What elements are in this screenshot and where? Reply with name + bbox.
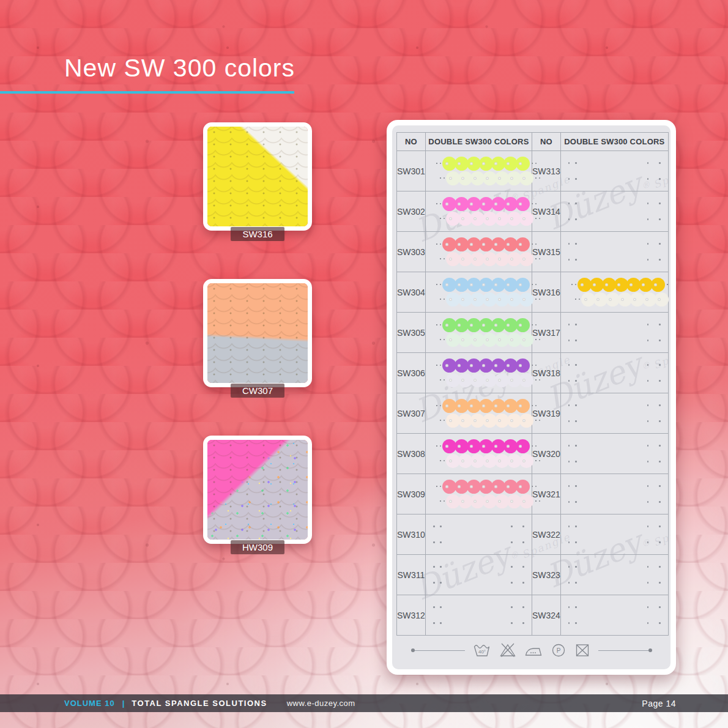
thread-end-marks: [568, 324, 577, 325]
color-sample-cell: [425, 353, 532, 393]
color-number-cell: SW304: [397, 272, 426, 313]
color-number-cell: SW301: [397, 151, 426, 191]
sequin-hole: [519, 404, 522, 408]
thread-end-marks: [647, 364, 661, 366]
sequin-hole: [486, 258, 489, 261]
sequin-hole: [474, 298, 477, 302]
sequin-hole: [458, 324, 461, 327]
sequin-hole: [474, 459, 477, 463]
sequin-hole: [584, 298, 588, 302]
sequin: [651, 278, 665, 292]
sequin-hole: [449, 338, 453, 342]
sequin-hole: [482, 445, 486, 448]
sequin-hole: [617, 283, 621, 287]
sequin-strand-bot: [438, 211, 541, 226]
color-number-cell: SW311: [397, 555, 426, 595]
sequin-hole: [510, 419, 514, 423]
sequin-hole: [458, 445, 461, 448]
column-header-colors-left: DOUBLE SW300 COLORS: [425, 133, 532, 151]
sequin-hole: [596, 298, 600, 302]
care-divider-line-left: [414, 650, 465, 651]
thread-end-marks: [511, 541, 524, 543]
sequin-hole: [633, 298, 637, 302]
color-sample-cell: [560, 434, 668, 474]
sequin-hole: [519, 324, 522, 327]
thread-end-marks: [568, 202, 577, 204]
sequin-hole: [449, 419, 453, 423]
color-sample-cell: [560, 191, 668, 232]
sequin-hole: [445, 324, 449, 327]
sequin: [516, 358, 530, 373]
sequin-hole: [519, 445, 522, 448]
sequin-hole: [522, 177, 526, 180]
thread-end-marks: [433, 582, 442, 584]
color-number-cell: SW322: [532, 514, 560, 555]
sequin-hole: [522, 338, 526, 342]
sequin-hole: [461, 338, 465, 342]
footer-bar: VOLUME 10 | TOTAL SPANGLE SOLUTIONS www.…: [0, 694, 728, 712]
sequin: [516, 318, 530, 332]
table-row: SW303SW315: [397, 232, 669, 272]
sequin-hole: [458, 283, 461, 287]
sequin-hole: [482, 283, 486, 287]
sequin-strand-top: [434, 237, 538, 251]
sequin-hole: [510, 500, 514, 503]
sequin-hole: [445, 283, 449, 287]
sequin-hole: [461, 419, 465, 423]
sequin-hole: [458, 364, 461, 368]
footer-website: www.e-duzey.com: [287, 699, 355, 708]
thread-end-marks: [433, 526, 442, 527]
color-sample-cell: [425, 555, 532, 595]
color-table-surface: Düzey® Spangle Düzey® Spangle Düzey® Spa…: [392, 125, 670, 669]
color-sample-cell: [560, 595, 668, 636]
sequin-hole: [482, 364, 486, 368]
sequin-hole: [445, 162, 449, 166]
color-sample-cell: [425, 313, 532, 353]
thread-end-marks: [568, 445, 577, 447]
thread-end-marks: [568, 461, 577, 462]
sequin-hole: [507, 162, 510, 166]
color-sample-cell: [425, 191, 532, 232]
sequin-hole: [470, 404, 474, 408]
color-number-cell: SW308: [397, 434, 426, 474]
sequin: [519, 373, 533, 387]
thread-end-marks: [647, 243, 661, 245]
page-title: New SW 300 colors: [64, 54, 295, 83]
sequin-hole: [519, 202, 522, 206]
sequin-hole: [470, 485, 474, 489]
color-sample-cell: [560, 474, 668, 514]
table-row: SW310SW322: [397, 514, 669, 555]
sequin-hole: [507, 202, 510, 206]
thread-end-marks: [647, 380, 661, 382]
sw300-colors-table: NO DOUBLE SW300 COLORS NO DOUBLE SW300 C…: [396, 132, 669, 636]
sequin-hole: [522, 217, 526, 221]
sequin-hole: [486, 459, 489, 463]
sequin-hole: [445, 243, 449, 247]
sequin-hole: [470, 202, 474, 206]
sequin-hole: [449, 379, 453, 382]
thread-end-marks: [647, 541, 661, 543]
sequin-hole: [458, 202, 461, 206]
swatch-photo-cw307: [203, 279, 312, 387]
sequin-hole: [498, 258, 502, 261]
color-table-panel: Düzey® Spangle Düzey® Spangle Düzey® Spa…: [387, 120, 676, 675]
sequin-hole: [449, 177, 453, 180]
sequin-hole: [621, 298, 625, 302]
color-sample-cell: [425, 232, 532, 272]
color-sample-cell: [425, 474, 532, 514]
sequin-hole: [494, 283, 498, 287]
thread-end-marks: [568, 364, 577, 366]
sequin-hole: [494, 445, 498, 448]
color-sample-cell: [425, 393, 532, 434]
sequin-strand-top: [434, 318, 538, 332]
do-not-bleach-icon: [499, 642, 516, 658]
sequin-hole: [654, 283, 658, 287]
thread-end-marks: [647, 445, 661, 447]
sequin-strand-bot: [438, 413, 541, 428]
thread-end-marks: [647, 178, 661, 180]
sequin-hole: [507, 445, 510, 448]
sequin-hole: [494, 404, 498, 408]
table-row: SW309SW321: [397, 474, 669, 514]
sequin: [519, 252, 533, 266]
thread-end-marks: [647, 202, 661, 204]
